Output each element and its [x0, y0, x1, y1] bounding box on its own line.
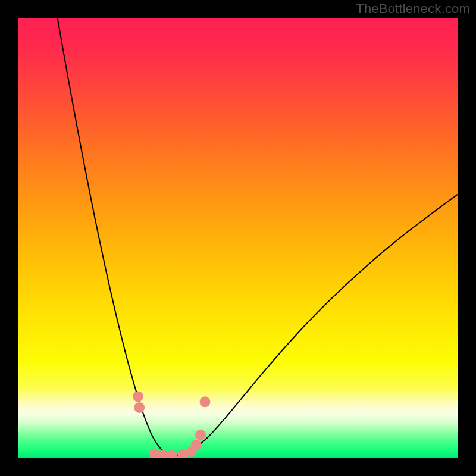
- marker-dot: [195, 430, 206, 440]
- chart-svg: [18, 18, 458, 458]
- gradient-background: [18, 18, 458, 458]
- marker-dot: [200, 396, 211, 407]
- watermark-label: TheBottleneck.com: [356, 1, 470, 17]
- chart-frame: TheBottleneck.com: [0, 0, 476, 476]
- plot-area: [18, 18, 458, 458]
- marker-dot: [134, 402, 145, 413]
- marker-dot: [133, 391, 143, 402]
- marker-dot: [191, 440, 202, 450]
